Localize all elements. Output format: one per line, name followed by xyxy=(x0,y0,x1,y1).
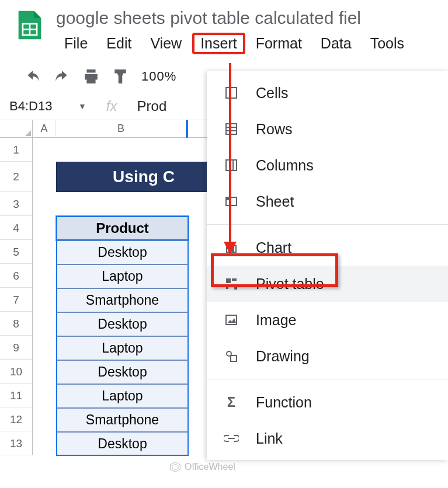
insert-image[interactable]: Image xyxy=(207,302,448,338)
zoom-level[interactable]: 100% xyxy=(141,69,176,84)
row-header[interactable]: 9 xyxy=(0,336,32,360)
data-cell[interactable]: Smartphone xyxy=(56,288,189,312)
svg-rect-16 xyxy=(232,278,237,281)
data-cell[interactable]: Desktop xyxy=(56,432,189,456)
rows-icon xyxy=(223,121,239,137)
svg-marker-21 xyxy=(171,462,180,472)
insert-columns[interactable]: Columns xyxy=(207,147,448,183)
image-icon xyxy=(223,312,239,328)
svg-rect-15 xyxy=(226,278,231,283)
row-header[interactable]: 8 xyxy=(0,312,32,336)
data-cell[interactable]: Desktop xyxy=(56,240,189,264)
select-all-corner[interactable] xyxy=(0,120,33,138)
menu-tools[interactable]: Tools xyxy=(362,33,412,54)
svg-rect-13 xyxy=(230,244,232,252)
insert-link-label: Link xyxy=(256,430,283,447)
insert-drawing[interactable]: Drawing xyxy=(207,338,448,374)
insert-pivot-table[interactable]: Pivot table xyxy=(207,266,448,302)
insert-rows-label: Rows xyxy=(256,121,293,138)
print-icon[interactable] xyxy=(83,68,99,85)
insert-dropdown-menu: Cells Rows Columns Sheet Chart Pivot tab… xyxy=(207,71,448,460)
watermark-text: OfficeWheel xyxy=(185,462,235,472)
svg-rect-3 xyxy=(226,88,237,98)
menu-edit[interactable]: Edit xyxy=(98,33,140,54)
menu-divider xyxy=(207,224,448,225)
row-header[interactable]: 11 xyxy=(0,384,32,407)
fx-label: fx xyxy=(106,98,117,114)
row-header[interactable]: 12 xyxy=(0,407,32,431)
menu-divider xyxy=(207,379,448,379)
row-header[interactable]: 10 xyxy=(0,360,32,384)
data-cell[interactable]: Laptop xyxy=(56,264,189,288)
insert-rows[interactable]: Rows xyxy=(207,111,448,147)
insert-image-label: Image xyxy=(256,312,296,329)
data-cell[interactable]: Smartphone xyxy=(56,408,189,432)
col-header-a[interactable]: A xyxy=(33,120,56,138)
insert-drawing-label: Drawing xyxy=(256,348,310,365)
menu-view[interactable]: View xyxy=(142,33,190,54)
table-header-product[interactable]: Product xyxy=(56,216,189,240)
insert-columns-label: Columns xyxy=(256,157,314,174)
function-icon: Σ xyxy=(223,394,239,410)
chart-icon xyxy=(223,239,239,256)
data-cell[interactable]: Laptop xyxy=(56,384,189,408)
insert-chart[interactable]: Chart xyxy=(207,229,448,266)
paint-format-icon[interactable] xyxy=(112,68,129,85)
menu-file[interactable]: File xyxy=(56,33,96,54)
insert-function-label: Function xyxy=(256,394,312,411)
svg-rect-17 xyxy=(226,284,228,289)
row-header[interactable]: 3 xyxy=(0,192,32,216)
svg-rect-4 xyxy=(226,124,237,134)
svg-rect-12 xyxy=(227,248,229,252)
name-box[interactable]: B4:D13 xyxy=(4,96,77,116)
row-header[interactable]: 1 xyxy=(0,138,32,162)
banner-cell[interactable]: Using C xyxy=(56,162,231,192)
redo-icon[interactable] xyxy=(54,68,70,85)
data-cell[interactable]: Laptop xyxy=(56,336,189,360)
svg-rect-14 xyxy=(234,246,236,252)
row-header[interactable]: 5 xyxy=(0,240,32,264)
document-title[interactable]: google sheets pivot table calculated fie… xyxy=(56,8,448,32)
insert-cells-label: Cells xyxy=(256,85,289,102)
insert-pivot-table-label: Pivot table xyxy=(256,276,324,292)
insert-function[interactable]: Σ Function xyxy=(207,384,448,420)
insert-link[interactable]: Link xyxy=(207,420,448,456)
row-header[interactable]: 7 xyxy=(0,288,32,312)
insert-chart-label: Chart xyxy=(256,239,291,256)
watermark: OfficeWheel xyxy=(169,461,235,473)
menu-data[interactable]: Data xyxy=(312,33,360,54)
svg-marker-22 xyxy=(172,464,178,470)
menu-insert[interactable]: Insert xyxy=(192,33,245,54)
svg-rect-18 xyxy=(226,315,237,325)
insert-sheet-label: Sheet xyxy=(256,193,294,210)
columns-icon xyxy=(223,157,239,173)
insert-cells[interactable]: Cells xyxy=(207,75,448,111)
menu-bar: File Edit View Insert Format Data Tools xyxy=(56,32,448,54)
col-header-b[interactable]: B xyxy=(56,120,188,138)
row-header[interactable]: 13 xyxy=(0,431,32,455)
row-header[interactable]: 4 xyxy=(0,216,32,240)
svg-rect-11 xyxy=(226,197,231,200)
formula-bar[interactable]: Prod xyxy=(137,98,167,114)
row-header[interactable]: 6 xyxy=(0,264,32,288)
row-header[interactable]: 2 xyxy=(0,162,32,192)
name-box-caret-icon[interactable]: ▼ xyxy=(78,102,86,111)
pivot-table-icon xyxy=(223,276,239,292)
svg-rect-20 xyxy=(231,355,237,361)
sheet-icon xyxy=(223,193,239,210)
menu-format[interactable]: Format xyxy=(248,33,310,54)
cells-icon xyxy=(223,85,239,101)
drawing-icon xyxy=(223,348,239,364)
sheets-logo xyxy=(13,8,47,42)
svg-rect-7 xyxy=(226,160,237,170)
undo-icon[interactable] xyxy=(25,68,41,85)
data-cell[interactable]: Desktop xyxy=(56,312,189,336)
link-icon xyxy=(223,430,239,447)
data-cell[interactable]: Desktop xyxy=(56,360,189,384)
insert-sheet[interactable]: Sheet xyxy=(207,183,448,219)
